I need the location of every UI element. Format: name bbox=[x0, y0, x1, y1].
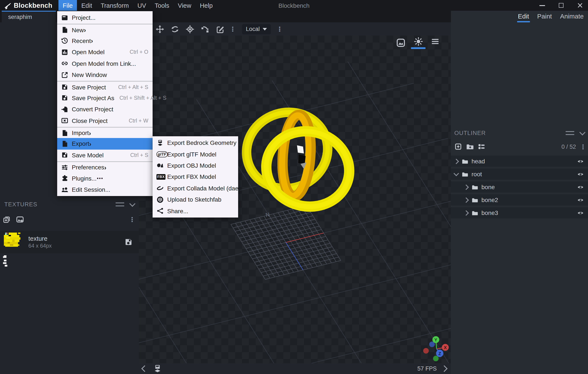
outliner-node[interactable]: bone2 bbox=[451, 194, 588, 205]
menu-item-icon bbox=[61, 174, 72, 182]
file-menu-item[interactable]: Save Project Ctrl + Alt + S bbox=[57, 81, 153, 92]
mode-tab[interactable]: Paint bbox=[537, 12, 552, 21]
export-submenu: Export Bedrock Geometry glTF Export glTF… bbox=[153, 136, 238, 217]
more-options-icon[interactable]: ⋮ bbox=[580, 143, 586, 150]
menu-item-icon bbox=[61, 117, 72, 124]
menubar-item[interactable]: UV bbox=[133, 0, 150, 11]
maximize-icon[interactable] bbox=[558, 2, 564, 8]
file-menu-item[interactable]: Convert Project bbox=[57, 104, 153, 115]
export-menu-item[interactable]: Export OBJ Model bbox=[153, 160, 238, 171]
drag-handle-icon[interactable] bbox=[566, 131, 574, 135]
create-texture-icon[interactable] bbox=[3, 215, 11, 223]
menu-item-icon bbox=[61, 83, 72, 91]
toolbar-overflow-icon[interactable]: ⋮ bbox=[277, 26, 283, 32]
lighting-toggle[interactable] bbox=[411, 37, 426, 49]
file-menu-item[interactable]: Close Project Ctrl + W bbox=[57, 115, 153, 126]
toolbar-overflow-icon[interactable]: ⋮ bbox=[230, 26, 236, 32]
outliner-node[interactable]: root bbox=[451, 169, 588, 180]
toggle-view-icon[interactable] bbox=[478, 143, 485, 150]
file-menu-item[interactable]: Preferences › bbox=[57, 161, 153, 173]
menubar-item[interactable]: View bbox=[174, 0, 196, 11]
expand-chevron-icon[interactable] bbox=[453, 171, 459, 176]
outliner-node[interactable]: head bbox=[451, 156, 588, 167]
blockbench-window: Blockbench FileEditTransformUVToolsViewH… bbox=[0, 0, 588, 374]
next-view-icon[interactable] bbox=[441, 365, 447, 372]
expand-chevron-icon[interactable] bbox=[463, 184, 469, 190]
add-cube-icon[interactable] bbox=[454, 143, 462, 150]
viewport-bottom-bar: 57 FPS bbox=[139, 363, 451, 374]
visibility-eye-icon[interactable] bbox=[576, 171, 585, 177]
expand-chevron-icon[interactable] bbox=[453, 158, 459, 164]
menubar-item[interactable]: Help bbox=[196, 0, 217, 11]
menubar-item[interactable]: Transform bbox=[96, 0, 133, 11]
export-menu-item[interactable]: glTF Export glTF Model bbox=[153, 149, 238, 160]
pivot-tool-icon[interactable] bbox=[186, 25, 194, 33]
menubar-item[interactable]: Tools bbox=[150, 0, 174, 11]
visibility-eye-icon[interactable] bbox=[576, 184, 585, 190]
file-menu-item[interactable]: New › bbox=[57, 24, 153, 35]
menu-item-icon bbox=[61, 26, 72, 33]
screenshot-display-icon[interactable] bbox=[153, 364, 162, 373]
expand-chevron-icon[interactable] bbox=[463, 197, 469, 203]
file-menu-item[interactable]: Project... bbox=[57, 12, 153, 23]
prev-view-icon[interactable] bbox=[141, 365, 148, 372]
transform-space-dropdown[interactable]: Local bbox=[242, 24, 271, 34]
edit-tool-icon[interactable] bbox=[216, 25, 224, 33]
menu-bar: FileEditTransformUVToolsViewHelp bbox=[58, 0, 217, 11]
texture-list-item[interactable]: texture 64 x 64px bbox=[0, 231, 139, 253]
expand-chevron-icon[interactable] bbox=[463, 210, 469, 215]
texture-size: 64 x 64px bbox=[28, 243, 52, 249]
menubar-item[interactable]: Edit bbox=[77, 0, 96, 11]
export-menu-item[interactable]: Export Collada Model (dae) bbox=[153, 182, 238, 194]
export-menu-item[interactable]: Share... bbox=[153, 205, 238, 217]
file-menu-item[interactable]: Open Model from Link... bbox=[57, 58, 153, 69]
menu-item-icon bbox=[61, 60, 72, 67]
file-menu-item[interactable]: Save Model Ctrl + S bbox=[57, 150, 153, 161]
menu-item-icon bbox=[61, 49, 72, 56]
minimize-icon[interactable] bbox=[539, 2, 545, 8]
file-menu-item[interactable]: Open Model Ctrl + O bbox=[57, 46, 153, 58]
sun-icon bbox=[414, 37, 423, 46]
window-controls bbox=[539, 0, 588, 11]
viewport-menu-icon[interactable] bbox=[431, 37, 439, 46]
file-menu-item[interactable]: New Window bbox=[57, 69, 153, 81]
rotate-back-icon[interactable] bbox=[201, 25, 209, 33]
folder-icon bbox=[472, 210, 478, 216]
visibility-eye-icon[interactable] bbox=[576, 210, 585, 216]
visibility-eye-icon[interactable] bbox=[576, 158, 585, 164]
menu-item-icon bbox=[61, 186, 72, 193]
menubar-item[interactable]: File bbox=[58, 0, 77, 11]
mode-tab[interactable]: Animate bbox=[560, 12, 584, 21]
background-image-icon[interactable] bbox=[396, 38, 405, 47]
outliner-node[interactable]: bone bbox=[451, 182, 588, 192]
file-menu-item[interactable]: Edit Session... bbox=[57, 184, 153, 195]
file-menu-dropdown: Project... New › Recent › Open Model bbox=[57, 11, 153, 196]
viewport-corner-icons bbox=[396, 37, 439, 49]
collapse-panel-icon[interactable] bbox=[129, 201, 135, 207]
outliner-node[interactable]: bone3 bbox=[451, 207, 588, 218]
mode-tab[interactable]: Edit bbox=[518, 12, 529, 21]
move-tool-icon[interactable] bbox=[156, 25, 164, 33]
save-texture-icon[interactable] bbox=[124, 238, 133, 246]
file-menu-item[interactable]: Save Project As Ctrl + Shift + Alt + S bbox=[57, 92, 153, 104]
file-menu-item[interactable]: Import › bbox=[57, 127, 153, 138]
add-group-icon[interactable] bbox=[466, 143, 474, 150]
rotate-tool-icon[interactable] bbox=[171, 25, 179, 33]
menu-item-icon bbox=[61, 140, 72, 148]
file-menu-item[interactable]: Recent › bbox=[57, 35, 153, 47]
visibility-eye-icon[interactable] bbox=[576, 197, 585, 203]
drag-handle-icon[interactable] bbox=[116, 202, 124, 206]
axis-gizmo: Y X Z bbox=[423, 336, 449, 361]
file-menu-item[interactable]: Plugins... ⋯ bbox=[57, 173, 153, 184]
export-menu-item[interactable]: FBX Export FBX Model bbox=[153, 171, 238, 182]
export-menu-item[interactable]: Upload to Sketchfab bbox=[153, 194, 238, 205]
folder-icon bbox=[472, 184, 478, 190]
fps-counter: 57 FPS bbox=[417, 365, 437, 372]
project-tab-seraphim[interactable]: seraphim bbox=[2, 11, 56, 22]
file-menu-item[interactable]: Export › bbox=[57, 138, 153, 150]
collapse-panel-icon[interactable] bbox=[579, 129, 585, 135]
export-menu-item[interactable]: Export Bedrock Geometry bbox=[153, 137, 238, 149]
more-options-icon[interactable]: ⋮ bbox=[129, 216, 135, 223]
import-texture-icon[interactable] bbox=[16, 215, 24, 223]
close-icon[interactable] bbox=[577, 2, 583, 8]
